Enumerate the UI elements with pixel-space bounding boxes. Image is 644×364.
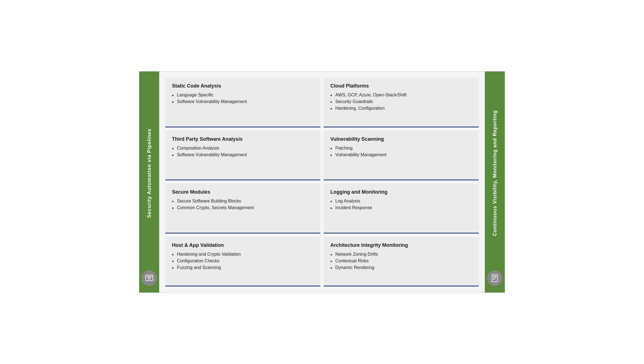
right-sidebar-icon bbox=[487, 270, 503, 286]
list-item: Configuration Checks bbox=[172, 258, 314, 264]
list-item: Log Analysis bbox=[330, 198, 472, 204]
card-title-host-app-validation: Host & App Validation bbox=[172, 242, 314, 248]
list-item: Software Vulnerability Management bbox=[172, 152, 314, 158]
list-item: Fuzzing and Scanning bbox=[172, 264, 314, 271]
card-title-third-party-software-analysis: Third Party Software Analysis bbox=[172, 136, 314, 142]
card-list-static-code-analysis: Language SpecificSoftware Vulnerability … bbox=[172, 92, 314, 105]
list-item: AWS, GCP, Azure, Open-Stack/Shift bbox=[330, 92, 472, 98]
list-item: Hardening and Crypto Validation bbox=[172, 251, 314, 258]
right-sidebar-label: Continuous Visibility, Monitoring and Re… bbox=[492, 110, 498, 236]
list-item: Security Guardrails bbox=[330, 98, 472, 105]
card-third-party-software-analysis: Third Party Software AnalysisComposition… bbox=[165, 131, 320, 181]
card-title-logging-and-monitoring: Logging and Monitoring bbox=[330, 189, 472, 195]
list-item: Software Vulnerability Management bbox=[172, 98, 314, 105]
list-item: Vulnerability Management bbox=[330, 152, 472, 158]
svg-point-2 bbox=[149, 277, 150, 278]
card-title-cloud-platforms: Cloud Platforms bbox=[330, 83, 472, 89]
list-item: Contextual Risks bbox=[330, 258, 472, 264]
left-sidebar-icon bbox=[141, 270, 157, 286]
card-list-logging-and-monitoring: Log AnalysisIncident Response bbox=[330, 198, 472, 211]
card-host-app-validation: Host & App ValidationHardening and Crypt… bbox=[165, 237, 320, 287]
card-vulnerability-scanning: Vulnerability ScanningPatchingVulnerabil… bbox=[324, 131, 479, 181]
card-secure-modules: Secure ModulesSecure Software Building B… bbox=[165, 184, 320, 234]
list-item: Incident Response bbox=[330, 204, 472, 211]
list-item: Language Specific bbox=[172, 92, 314, 98]
right-sidebar: Continuous Visibility, Monitoring and Re… bbox=[485, 71, 505, 293]
card-list-host-app-validation: Hardening and Crypto ValidationConfigura… bbox=[172, 251, 314, 271]
card-logging-and-monitoring: Logging and MonitoringLog AnalysisIncide… bbox=[324, 184, 479, 234]
list-item: Common Crypto, Secrets Management bbox=[172, 204, 314, 211]
card-title-static-code-analysis: Static Code Analysis bbox=[172, 83, 314, 89]
card-list-architecture-integrity-monitoring: Network Zoning DriftsContextual RisksDyn… bbox=[330, 251, 472, 271]
card-list-secure-modules: Secure Software Building BlocksCommon Cr… bbox=[172, 198, 314, 211]
svg-rect-8 bbox=[493, 274, 496, 275]
list-item: Network Zoning Drifts bbox=[330, 251, 472, 258]
card-cloud-platforms: Cloud PlatformsAWS, GCP, Azure, Open-Sta… bbox=[324, 78, 479, 127]
card-list-third-party-software-analysis: Composition AnalysisSoftware Vulnerabili… bbox=[172, 145, 314, 158]
left-sidebar: Security Automation via Pipelines bbox=[139, 71, 159, 293]
list-item: Hardening, Configuration bbox=[330, 105, 472, 112]
list-item: Dynamic Rendering bbox=[330, 264, 472, 271]
list-item: Secure Software Building Blocks bbox=[172, 198, 314, 204]
list-item: Patching bbox=[330, 145, 472, 152]
card-list-cloud-platforms: AWS, GCP, Azure, Open-Stack/ShiftSecurit… bbox=[330, 92, 472, 112]
list-item: Composition Analysis bbox=[172, 145, 314, 152]
card-list-vulnerability-scanning: PatchingVulnerability Management bbox=[330, 145, 472, 158]
left-sidebar-label: Security Automation via Pipelines bbox=[146, 129, 152, 218]
card-title-vulnerability-scanning: Vulnerability Scanning bbox=[330, 136, 472, 142]
card-title-architecture-integrity-monitoring: Architecture Integrity Monitoring bbox=[330, 242, 472, 248]
card-static-code-analysis: Static Code AnalysisLanguage SpecificSof… bbox=[165, 78, 320, 127]
main-content: Static Code AnalysisLanguage SpecificSof… bbox=[159, 71, 485, 293]
card-title-secure-modules: Secure Modules bbox=[172, 189, 314, 195]
card-architecture-integrity-monitoring: Architecture Integrity MonitoringNetwork… bbox=[324, 237, 479, 287]
outer-container: Security Automation via Pipelines Static… bbox=[139, 71, 505, 293]
